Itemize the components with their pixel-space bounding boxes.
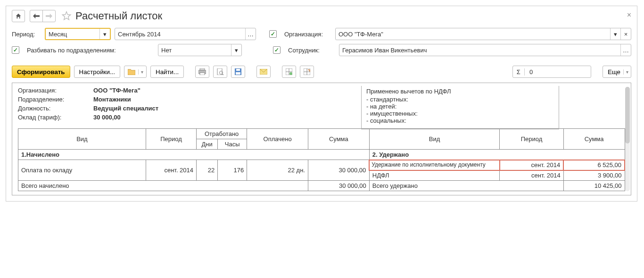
org-select[interactable]: ООО "ТФ-Мега" ▾ × xyxy=(335,28,631,40)
settings-button[interactable]: Настройки... xyxy=(74,66,120,78)
chevron-down-icon: ▾ xyxy=(138,69,146,75)
clear-button[interactable]: × xyxy=(620,28,631,40)
payroll-table: Вид Период Отработано Оплачено Сумма Вид… xyxy=(18,128,625,191)
split-checkbox[interactable]: ✓ xyxy=(12,46,19,54)
deductions-header: Применено вычетов по НДФЛ xyxy=(366,88,554,95)
star-icon[interactable] xyxy=(61,11,72,21)
email-button[interactable] xyxy=(256,66,271,78)
sum-display: Σ 0 xyxy=(512,66,591,78)
preview-button[interactable] xyxy=(213,66,227,78)
period-value-input[interactable]: Сентябрь 2014 … xyxy=(115,28,256,40)
accrued-sum: 30 000,00 xyxy=(308,160,369,181)
th-paid: Оплачено xyxy=(247,129,308,150)
home-button[interactable] xyxy=(12,10,25,22)
total-accrued-sum: 30 000,00 xyxy=(308,181,369,191)
info-dept-label: Подразделение: xyxy=(18,96,93,103)
save-button[interactable] xyxy=(231,66,245,78)
close-button[interactable]: × xyxy=(627,11,631,19)
period-label: Период: xyxy=(12,31,41,38)
accrued-days: 22 xyxy=(197,160,218,181)
print-button[interactable] xyxy=(195,66,209,78)
svg-point-13 xyxy=(289,72,292,75)
withheld-writ-sum: 6 525,00 xyxy=(563,160,625,170)
total-withheld-label: Всего удержано xyxy=(369,181,563,191)
table-extract-icon xyxy=(304,68,310,75)
vertical-scrollbar[interactable] xyxy=(625,87,630,191)
page-title: Расчетный листок xyxy=(75,10,162,22)
info-salary-value: 30 000,00 xyxy=(93,114,121,121)
withheld-ndfl-name: НДФЛ xyxy=(369,170,499,181)
emp-label: Сотрудник: xyxy=(288,47,335,54)
accrued-hours: 176 xyxy=(218,160,247,181)
deduction-property: - имущественных: xyxy=(366,110,554,117)
withheld-ndfl-period: сент. 2014 xyxy=(500,170,563,181)
back-button[interactable] xyxy=(30,10,43,22)
ellipsis-button[interactable]: … xyxy=(245,28,256,40)
total-accrued-label: Всего начислено xyxy=(18,181,308,191)
envelope-icon xyxy=(260,69,267,75)
info-salary-label: Оклад (тариф): xyxy=(18,114,93,121)
diskette-icon xyxy=(235,68,241,75)
section-withheld: 2. Удержано xyxy=(369,150,625,160)
info-pos-label: Должность: xyxy=(18,105,93,112)
th-sum-right: Сумма xyxy=(563,129,625,150)
period-mode-value: Месяц xyxy=(46,31,99,38)
dropdown-icon[interactable]: ▾ xyxy=(610,28,620,40)
org-label: Организация: xyxy=(284,31,331,38)
th-worked: Отработано xyxy=(197,129,247,139)
svg-rect-7 xyxy=(236,69,240,71)
total-withheld-sum: 10 425,00 xyxy=(563,181,625,191)
dropdown-icon[interactable]: ▾ xyxy=(231,44,241,56)
svg-rect-8 xyxy=(236,72,240,75)
th-days: Дни xyxy=(197,139,218,150)
sum-value: 0 xyxy=(525,68,591,76)
deduction-social: - социальных: xyxy=(366,117,554,124)
emp-checkbox[interactable]: ✓ xyxy=(273,46,281,54)
svg-line-5 xyxy=(223,74,223,75)
deduction-standard: - стандартных: xyxy=(366,96,554,103)
generate-button[interactable]: Сформировать xyxy=(12,66,70,78)
more-button[interactable]: Еще ▾ xyxy=(603,66,631,78)
extract-button[interactable] xyxy=(300,66,314,78)
printer-icon xyxy=(198,68,206,75)
insert-button[interactable] xyxy=(282,66,296,78)
deductions-box: Применено вычетов по НДФЛ - стандартных:… xyxy=(361,86,559,129)
period-value: Сентябрь 2014 xyxy=(115,31,245,38)
emp-select[interactable]: Герасимов Иван Викентьевич … xyxy=(339,44,631,56)
find-button[interactable]: Найти... xyxy=(150,66,184,78)
report-area: Организация:ООО "ТФ-Мега" Подразделение:… xyxy=(12,83,631,195)
org-value: ООО "ТФ-Мега" xyxy=(336,31,610,38)
th-type-right: Вид xyxy=(369,129,499,150)
folder-icon xyxy=(128,68,135,75)
withheld-writ-name: Удержание по исполнительному документу xyxy=(369,160,499,170)
svg-rect-0 xyxy=(200,68,205,70)
ellipsis-button[interactable]: … xyxy=(620,44,631,56)
info-org-value: ООО "ТФ-Мега" xyxy=(93,87,140,94)
th-hours: Часы xyxy=(218,139,247,150)
withheld-ndfl-sum: 3 900,00 xyxy=(563,170,625,181)
sigma-icon: Σ xyxy=(513,68,525,76)
accrued-period: сент. 2014 xyxy=(146,160,196,181)
svg-rect-2 xyxy=(200,73,205,75)
withheld-writ-period: сент. 2014 xyxy=(500,160,563,170)
split-value: Нет xyxy=(158,47,231,54)
magnifier-page-icon xyxy=(216,68,224,75)
org-checkbox[interactable]: ✓ xyxy=(269,30,277,38)
accrued-paid: 22 дн. xyxy=(247,160,308,181)
period-mode-select[interactable]: Месяц ▾ xyxy=(45,28,111,40)
info-org-label: Организация: xyxy=(18,87,93,94)
info-pos-value: Ведущий специалист xyxy=(93,105,158,112)
accrued-name: Оплата по окладу xyxy=(18,160,146,181)
split-label: Разбивать по подразделениям: xyxy=(27,47,154,54)
folder-button[interactable]: ▾ xyxy=(124,66,147,78)
arrow-left-icon xyxy=(33,13,40,19)
th-period-left: Период xyxy=(146,129,196,150)
scroll-thumb[interactable] xyxy=(625,87,630,143)
split-select[interactable]: Нет ▾ xyxy=(158,44,242,56)
table-insert-icon xyxy=(286,68,292,75)
th-period-right: Период xyxy=(500,129,563,150)
th-sum-left: Сумма xyxy=(308,129,369,150)
forward-button[interactable] xyxy=(42,10,56,22)
info-dept-value: Монтажники xyxy=(93,96,131,103)
dropdown-icon[interactable]: ▾ xyxy=(99,29,110,39)
